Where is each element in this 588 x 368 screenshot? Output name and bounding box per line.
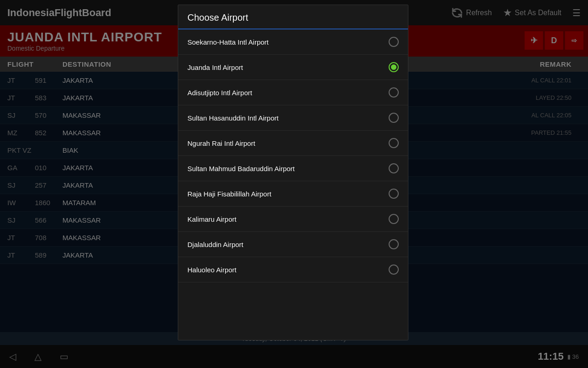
airport-item-label: Djalaluddin Airport: [187, 241, 243, 248]
radio-button: [389, 214, 399, 224]
radio-button: [389, 239, 399, 249]
airport-list-item[interactable]: Haluoleo Airport: [178, 257, 408, 282]
airport-item-label: Ngurah Rai Intl Airport: [187, 139, 255, 147]
airport-item-label: Soekarno-Hatta Intl Airport: [187, 38, 269, 46]
radio-button: [389, 138, 399, 148]
airport-list-item[interactable]: Soekarno-Hatta Intl Airport: [178, 29, 408, 55]
modal-title: Choose Airport: [178, 5, 408, 29]
radio-button: [389, 189, 399, 199]
airport-chooser-modal: Choose Airport Soekarno-Hatta Intl Airpo…: [178, 5, 408, 340]
airport-list-item[interactable]: Ngurah Rai Intl Airport: [178, 131, 408, 156]
airport-list: Soekarno-Hatta Intl Airport Juanda Intl …: [178, 29, 408, 340]
airport-list-item[interactable]: Djalaluddin Airport: [178, 232, 408, 257]
airport-list-item[interactable]: Adisutjipto Intl Airport: [178, 80, 408, 105]
airport-list-item[interactable]: Sultan Mahmud Badaruddin Airport: [178, 156, 408, 181]
airport-item-label: Adisutjipto Intl Airport: [187, 89, 252, 97]
radio-button: [389, 113, 399, 123]
airport-item-label: Juanda Intl Airport: [187, 63, 243, 71]
airport-item-label: Haluoleo Airport: [187, 266, 237, 274]
airport-item-label: Raja Haji Fisabilillah Airport: [187, 190, 271, 198]
airport-item-label: Sultan Mahmud Badaruddin Airport: [187, 165, 294, 172]
radio-inner: [391, 64, 396, 70]
airport-list-item[interactable]: Raja Haji Fisabilillah Airport: [178, 181, 408, 207]
radio-button: [389, 62, 399, 72]
airport-item-label: Sultan Hasanuddin Intl Airport: [187, 114, 278, 122]
airport-list-item[interactable]: Sultan Hasanuddin Intl Airport: [178, 105, 408, 131]
airport-list-item[interactable]: Kalimaru Airport: [178, 207, 408, 232]
radio-button: [389, 87, 399, 98]
radio-button: [389, 37, 399, 47]
airport-item-label: Kalimaru Airport: [187, 215, 237, 223]
radio-button: [389, 264, 399, 275]
radio-button: [389, 163, 399, 173]
airport-list-item[interactable]: Juanda Intl Airport: [178, 55, 408, 80]
